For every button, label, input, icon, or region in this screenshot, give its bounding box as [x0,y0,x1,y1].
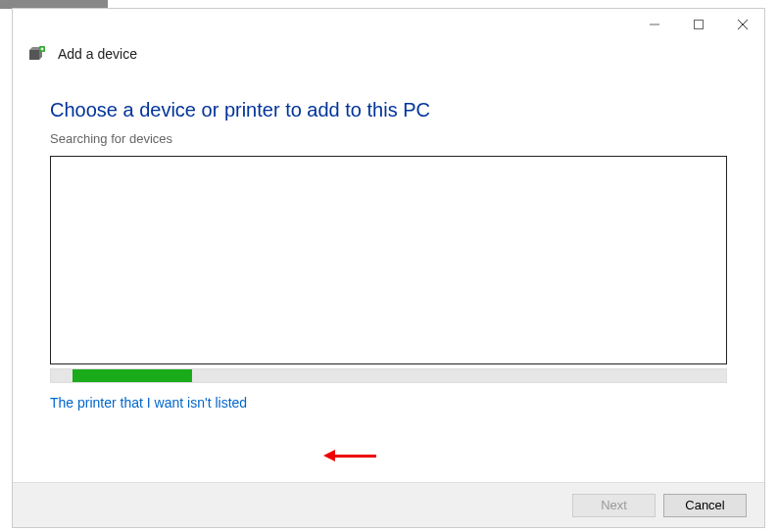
content-area: Choose a device or printer to add to thi… [13,70,764,411]
arrow-head-icon [323,450,335,461]
device-add-icon [28,46,48,62]
annotation-arrow [323,450,376,461]
add-device-window: Add a device Choose a device or printer … [12,8,765,528]
svg-rect-1 [694,21,703,29]
page-heading: Choose a device or printer to add to thi… [50,99,727,121]
maximize-icon [693,19,705,30]
printer-not-listed-link[interactable]: The printer that I want isn't listed [50,395,247,411]
progress-bar [50,368,727,383]
close-icon [737,19,749,30]
window-title: Add a device [58,46,137,62]
minimize-icon [649,19,660,30]
progress-fill [73,369,192,382]
close-button[interactable] [720,13,764,36]
dialog-footer: Next Cancel [13,482,764,527]
svg-rect-4 [29,50,39,60]
titlebar [13,9,764,38]
cancel-button[interactable]: Cancel [663,494,747,517]
status-text: Searching for devices [50,131,727,146]
device-listbox[interactable] [50,156,727,364]
next-button: Next [572,494,656,517]
arrow-line [335,455,376,458]
minimize-button[interactable] [632,13,676,36]
maximize-button[interactable] [676,13,720,36]
window-header: Add a device [13,38,764,70]
